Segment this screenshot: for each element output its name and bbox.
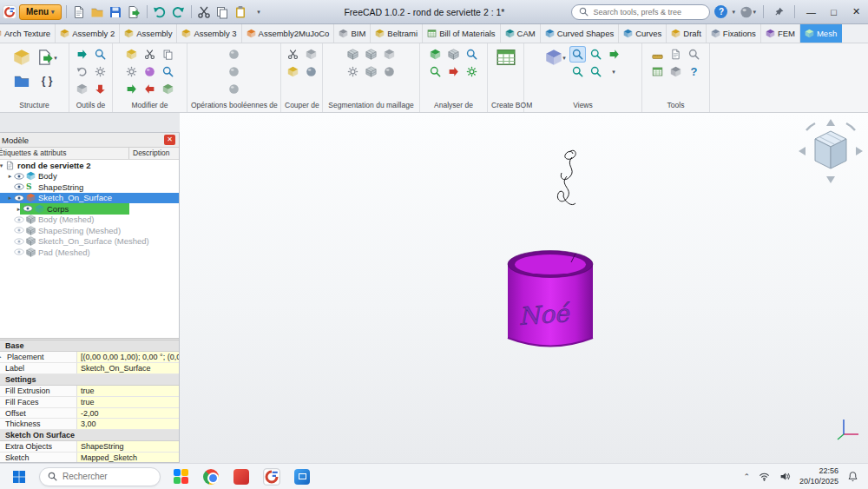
- red-app-icon[interactable]: [231, 466, 252, 487]
- refine-mesh-icon[interactable]: [160, 63, 176, 80]
- scale-mesh-icon[interactable]: [160, 81, 176, 97]
- boolean-difference-icon[interactable]: [226, 81, 242, 97]
- column-description[interactable]: Description: [129, 148, 179, 159]
- flip-normals-icon[interactable]: [74, 63, 90, 80]
- boolean-union-icon[interactable]: [226, 46, 242, 63]
- fit-all-icon[interactable]: [569, 46, 586, 63]
- property-value[interactable]: -2,00: [77, 408, 179, 419]
- fit-selection-icon[interactable]: [606, 46, 622, 63]
- workbench-tab-assembly[interactable]: Assembly: [120, 24, 177, 43]
- property-value[interactable]: true: [77, 397, 179, 407]
- freecad-taskbar-icon[interactable]: [261, 466, 282, 487]
- widgets-icon[interactable]: [170, 466, 191, 487]
- save-icon[interactable]: [108, 3, 124, 20]
- visibility-eye-icon[interactable]: [14, 227, 24, 234]
- measure-icon[interactable]: [649, 46, 666, 63]
- new-document-icon[interactable]: [71, 3, 88, 20]
- whats-this-icon[interactable]: ?: [686, 63, 702, 80]
- property-row-fill-faces[interactable]: Fill Faces true: [0, 397, 179, 408]
- copy-icon[interactable]: [214, 3, 231, 20]
- property-row-extra-objects[interactable]: Extra Objects ShapeString: [0, 441, 179, 453]
- expander-icon[interactable]: ▸: [6, 195, 14, 201]
- segment-mesh-icon[interactable]: [345, 46, 361, 63]
- workbench-tab-cam[interactable]: CAM: [501, 24, 541, 43]
- property-row-offset[interactable]: Offset -2,00: [0, 408, 179, 420]
- maximize-button[interactable]: □: [825, 3, 843, 22]
- column-labels-attributes[interactable]: Étiquettes & attributs: [0, 148, 129, 159]
- property-row-placement[interactable]: ▸Placement [(0,00 0,00 1,00); 0,00 °; (0…: [0, 352, 179, 363]
- visibility-eye-icon[interactable]: [14, 238, 24, 245]
- property-name[interactable]: Label: [0, 363, 77, 373]
- dock-tab-model[interactable]: Modèle ✕: [0, 133, 179, 148]
- zoom-in-icon[interactable]: [588, 46, 604, 63]
- workbench-tab-assembly-3[interactable]: Assembly 3: [177, 24, 241, 43]
- regular-solid-icon[interactable]: [123, 63, 140, 80]
- viewport-3d[interactable]: Noé: [180, 113, 868, 463]
- menu-button[interactable]: Menu ▾: [19, 4, 62, 20]
- views-more-icon[interactable]: ▾: [606, 63, 622, 80]
- zoom-box-icon[interactable]: [569, 63, 586, 80]
- expander-icon[interactable]: ▸: [0, 354, 5, 360]
- create-mesh-icon[interactable]: [10, 46, 34, 69]
- property-section-settings[interactable]: Settings: [0, 374, 179, 386]
- style-preferences-icon[interactable]: ▾: [740, 3, 756, 20]
- property-row-label[interactable]: Label Sketch_On_Surface: [0, 363, 179, 374]
- global-search-input[interactable]: [593, 8, 702, 17]
- visibility-eye-icon[interactable]: [14, 183, 24, 190]
- segment-sphere-icon[interactable]: [381, 63, 398, 80]
- workbench-tab-mesh[interactable]: Mesh: [800, 24, 842, 43]
- cut-icon[interactable]: [196, 3, 213, 20]
- notifications-icon[interactable]: [846, 470, 859, 483]
- visibility-eye-icon[interactable]: [14, 216, 24, 223]
- check-solid-icon[interactable]: [427, 63, 444, 80]
- copy-mesh-icon[interactable]: [160, 46, 176, 63]
- boundary-box-icon[interactable]: [445, 46, 462, 63]
- section-cut-icon[interactable]: [285, 63, 301, 80]
- expander-icon[interactable]: ▸: [6, 173, 14, 179]
- global-search-box[interactable]: [571, 4, 710, 20]
- remove-mesh-icon[interactable]: [92, 81, 108, 97]
- undo-icon[interactable]: [152, 3, 168, 20]
- taskbar-clock[interactable]: 22:56 20/10/2025: [799, 466, 838, 486]
- mesh-settings-icon[interactable]: [92, 63, 108, 80]
- tree-item-corps[interactable]: ▸ Corps: [0, 203, 179, 215]
- property-name[interactable]: Fill Extrusion: [0, 386, 77, 396]
- visibility-eye-icon[interactable]: [14, 173, 24, 180]
- workbench-tab-bim[interactable]: BIM: [334, 24, 371, 43]
- property-name[interactable]: Offset: [0, 408, 77, 419]
- smooth-mesh-icon[interactable]: [123, 81, 140, 97]
- tray-overflow-icon[interactable]: ⌃: [743, 472, 750, 481]
- harmonize-normals-icon[interactable]: [123, 46, 140, 63]
- split-mesh-icon[interactable]: [303, 63, 319, 80]
- property-value[interactable]: true: [77, 386, 179, 396]
- tree-item-sketch-on-surface-meshed[interactable]: Sketch_On_Surface (Meshed): [0, 236, 179, 248]
- tree-item-sketch-on-surface[interactable]: ▸ Sketch_On_Surface: [0, 193, 179, 204]
- workbench-tab-assembly2mujoco[interactable]: Assembly2MuJoCo: [242, 24, 335, 43]
- property-value[interactable]: Sketch_On_Surface: [77, 363, 179, 373]
- property-section-base[interactable]: Base: [0, 340, 179, 352]
- tree-item-shapestring[interactable]: S ShapeString: [0, 182, 179, 193]
- chrome-icon[interactable]: [201, 466, 221, 487]
- redo-icon[interactable]: [170, 3, 187, 20]
- workbench-tab-beltrami[interactable]: Beltrami: [371, 24, 423, 43]
- boolean-intersection-icon[interactable]: [226, 63, 242, 80]
- segment-settings-icon[interactable]: [345, 63, 361, 80]
- export-mesh-icon[interactable]: ▾: [36, 46, 59, 69]
- close-icon[interactable]: ✕: [164, 135, 175, 145]
- start-button[interactable]: [9, 466, 30, 487]
- pin-icon[interactable]: [771, 3, 787, 20]
- zoom-out-icon[interactable]: [588, 63, 604, 80]
- workbench-tab-curves[interactable]: Curves: [619, 24, 667, 43]
- document-utils-icon[interactable]: [667, 46, 684, 63]
- workbench-tab-assembly-2[interactable]: Assembly 2: [56, 24, 120, 43]
- tree-item-body-meshed[interactable]: Body (Meshed): [0, 215, 179, 226]
- segment-color-icon[interactable]: [363, 63, 379, 80]
- cut-mesh-icon[interactable]: [285, 46, 301, 63]
- export-icon[interactable]: [126, 3, 142, 20]
- standard-views-icon[interactable]: ▾: [544, 46, 568, 69]
- inspect-mesh-icon[interactable]: [92, 46, 108, 63]
- tree-item-document[interactable]: ▾ rond de serviette 2: [0, 160, 179, 171]
- tree-item-pad-meshed[interactable]: Pad (Meshed): [0, 247, 179, 258]
- segment-solid-icon[interactable]: [381, 46, 398, 63]
- visibility-eye-icon[interactable]: [14, 195, 24, 202]
